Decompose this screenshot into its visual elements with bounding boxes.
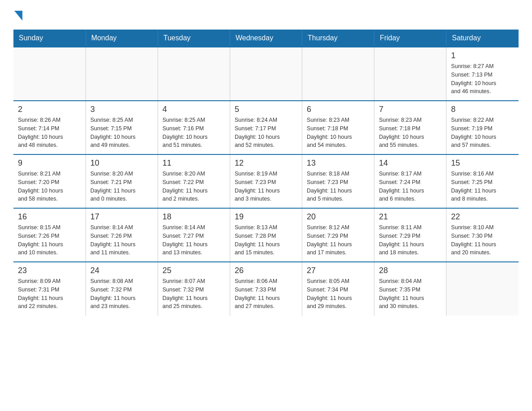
day-number: 9 <box>18 158 81 168</box>
day-number: 7 <box>379 105 442 114</box>
day-number: 20 <box>307 212 369 222</box>
day-info: Sunrise: 8:22 AM Sunset: 7:19 PM Dayligh… <box>451 116 514 150</box>
calendar-cell <box>446 262 519 316</box>
calendar-cell: 14Sunrise: 8:17 AM Sunset: 7:24 PM Dayli… <box>374 154 446 208</box>
day-number: 22 <box>451 212 514 222</box>
page-header <box>13 9 519 21</box>
calendar-cell: 8Sunrise: 8:22 AM Sunset: 7:19 PM Daylig… <box>446 101 519 154</box>
svg-marker-0 <box>14 11 22 21</box>
calendar-cell: 19Sunrise: 8:13 AM Sunset: 7:28 PM Dayli… <box>230 208 302 262</box>
day-of-week-header: Sunday <box>13 30 86 47</box>
day-number: 26 <box>235 266 297 275</box>
day-of-week-header: Monday <box>86 30 158 47</box>
day-info: Sunrise: 8:18 AM Sunset: 7:23 PM Dayligh… <box>307 170 369 203</box>
calendar-cell: 26Sunrise: 8:06 AM Sunset: 7:33 PM Dayli… <box>230 262 302 316</box>
day-number: 27 <box>307 266 369 275</box>
calendar-cell: 20Sunrise: 8:12 AM Sunset: 7:29 PM Dayli… <box>302 208 374 262</box>
calendar-header-row: SundayMondayTuesdayWednesdayThursdayFrid… <box>13 30 519 47</box>
calendar-cell: 16Sunrise: 8:15 AM Sunset: 7:26 PM Dayli… <box>13 208 86 262</box>
day-number: 16 <box>18 212 81 222</box>
day-of-week-header: Thursday <box>302 30 374 47</box>
day-number: 14 <box>379 158 442 168</box>
calendar-cell: 3Sunrise: 8:25 AM Sunset: 7:15 PM Daylig… <box>86 101 158 154</box>
day-of-week-header: Wednesday <box>230 30 302 47</box>
day-info: Sunrise: 8:04 AM Sunset: 7:35 PM Dayligh… <box>379 277 442 311</box>
logo-triangle-icon <box>14 11 22 21</box>
day-info: Sunrise: 8:14 AM Sunset: 7:26 PM Dayligh… <box>90 223 153 257</box>
calendar-cell: 9Sunrise: 8:21 AM Sunset: 7:20 PM Daylig… <box>13 154 86 208</box>
calendar-cell <box>13 47 86 101</box>
day-info: Sunrise: 8:20 AM Sunset: 7:21 PM Dayligh… <box>90 170 153 203</box>
day-number: 3 <box>90 105 153 114</box>
day-info: Sunrise: 8:14 AM Sunset: 7:27 PM Dayligh… <box>163 223 225 257</box>
day-number: 2 <box>18 105 81 114</box>
day-info: Sunrise: 8:21 AM Sunset: 7:20 PM Dayligh… <box>18 170 81 203</box>
day-number: 25 <box>163 266 225 275</box>
day-number: 12 <box>235 158 297 168</box>
day-info: Sunrise: 8:07 AM Sunset: 7:32 PM Dayligh… <box>163 277 225 311</box>
day-number: 5 <box>235 105 297 114</box>
calendar-cell: 22Sunrise: 8:10 AM Sunset: 7:30 PM Dayli… <box>446 208 519 262</box>
calendar-cell: 28Sunrise: 8:04 AM Sunset: 7:35 PM Dayli… <box>374 262 446 316</box>
logo <box>13 9 22 21</box>
day-of-week-header: Saturday <box>446 30 519 47</box>
day-number: 13 <box>307 158 369 168</box>
calendar-cell: 12Sunrise: 8:19 AM Sunset: 7:23 PM Dayli… <box>230 154 302 208</box>
day-info: Sunrise: 8:11 AM Sunset: 7:29 PM Dayligh… <box>379 223 442 257</box>
calendar-cell: 21Sunrise: 8:11 AM Sunset: 7:29 PM Dayli… <box>374 208 446 262</box>
day-info: Sunrise: 8:27 AM Sunset: 7:13 PM Dayligh… <box>451 62 514 96</box>
day-info: Sunrise: 8:26 AM Sunset: 7:14 PM Dayligh… <box>18 116 81 150</box>
calendar-cell: 13Sunrise: 8:18 AM Sunset: 7:23 PM Dayli… <box>302 154 374 208</box>
day-number: 21 <box>379 212 442 222</box>
day-info: Sunrise: 8:06 AM Sunset: 7:33 PM Dayligh… <box>235 277 297 311</box>
day-info: Sunrise: 8:23 AM Sunset: 7:18 PM Dayligh… <box>379 116 442 150</box>
day-number: 19 <box>235 212 297 222</box>
day-info: Sunrise: 8:09 AM Sunset: 7:31 PM Dayligh… <box>18 277 81 311</box>
calendar-cell: 27Sunrise: 8:05 AM Sunset: 7:34 PM Dayli… <box>302 262 374 316</box>
day-info: Sunrise: 8:13 AM Sunset: 7:28 PM Dayligh… <box>235 223 297 257</box>
calendar-week-row: 9Sunrise: 8:21 AM Sunset: 7:20 PM Daylig… <box>13 154 519 208</box>
day-of-week-header: Tuesday <box>158 30 230 47</box>
calendar-cell: 18Sunrise: 8:14 AM Sunset: 7:27 PM Dayli… <box>158 208 230 262</box>
day-info: Sunrise: 8:20 AM Sunset: 7:22 PM Dayligh… <box>163 170 225 203</box>
calendar-cell: 17Sunrise: 8:14 AM Sunset: 7:26 PM Dayli… <box>86 208 158 262</box>
calendar-week-row: 2Sunrise: 8:26 AM Sunset: 7:14 PM Daylig… <box>13 101 519 154</box>
day-number: 17 <box>90 212 153 222</box>
day-number: 4 <box>163 105 225 114</box>
calendar-table: SundayMondayTuesdayWednesdayThursdayFrid… <box>13 30 519 316</box>
calendar-cell <box>302 47 374 101</box>
calendar-week-row: 23Sunrise: 8:09 AM Sunset: 7:31 PM Dayli… <box>13 262 519 316</box>
day-number: 23 <box>18 266 81 275</box>
day-number: 15 <box>451 158 514 168</box>
calendar-cell: 24Sunrise: 8:08 AM Sunset: 7:32 PM Dayli… <box>86 262 158 316</box>
calendar-cell: 2Sunrise: 8:26 AM Sunset: 7:14 PM Daylig… <box>13 101 86 154</box>
day-info: Sunrise: 8:12 AM Sunset: 7:29 PM Dayligh… <box>307 223 369 257</box>
day-info: Sunrise: 8:08 AM Sunset: 7:32 PM Dayligh… <box>90 277 153 311</box>
calendar-cell: 10Sunrise: 8:20 AM Sunset: 7:21 PM Dayli… <box>86 154 158 208</box>
day-info: Sunrise: 8:17 AM Sunset: 7:24 PM Dayligh… <box>379 170 442 203</box>
calendar-cell: 5Sunrise: 8:24 AM Sunset: 7:17 PM Daylig… <box>230 101 302 154</box>
calendar-week-row: 16Sunrise: 8:15 AM Sunset: 7:26 PM Dayli… <box>13 208 519 262</box>
calendar-cell <box>86 47 158 101</box>
calendar-cell <box>230 47 302 101</box>
day-info: Sunrise: 8:15 AM Sunset: 7:26 PM Dayligh… <box>18 223 81 257</box>
calendar-cell: 7Sunrise: 8:23 AM Sunset: 7:18 PM Daylig… <box>374 101 446 154</box>
day-number: 6 <box>307 105 369 114</box>
calendar-cell: 25Sunrise: 8:07 AM Sunset: 7:32 PM Dayli… <box>158 262 230 316</box>
calendar-cell: 11Sunrise: 8:20 AM Sunset: 7:22 PM Dayli… <box>158 154 230 208</box>
calendar-cell <box>158 47 230 101</box>
calendar-cell: 4Sunrise: 8:25 AM Sunset: 7:16 PM Daylig… <box>158 101 230 154</box>
day-number: 28 <box>379 266 442 275</box>
day-info: Sunrise: 8:25 AM Sunset: 7:16 PM Dayligh… <box>163 116 225 150</box>
calendar-cell: 6Sunrise: 8:23 AM Sunset: 7:18 PM Daylig… <box>302 101 374 154</box>
calendar-cell <box>374 47 446 101</box>
calendar-cell: 23Sunrise: 8:09 AM Sunset: 7:31 PM Dayli… <box>13 262 86 316</box>
day-info: Sunrise: 8:24 AM Sunset: 7:17 PM Dayligh… <box>235 116 297 150</box>
day-number: 18 <box>163 212 225 222</box>
day-number: 1 <box>451 51 514 60</box>
day-info: Sunrise: 8:23 AM Sunset: 7:18 PM Dayligh… <box>307 116 369 150</box>
day-info: Sunrise: 8:10 AM Sunset: 7:30 PM Dayligh… <box>451 223 514 257</box>
day-number: 10 <box>90 158 153 168</box>
calendar-cell: 1Sunrise: 8:27 AM Sunset: 7:13 PM Daylig… <box>446 47 519 101</box>
day-number: 24 <box>90 266 153 275</box>
